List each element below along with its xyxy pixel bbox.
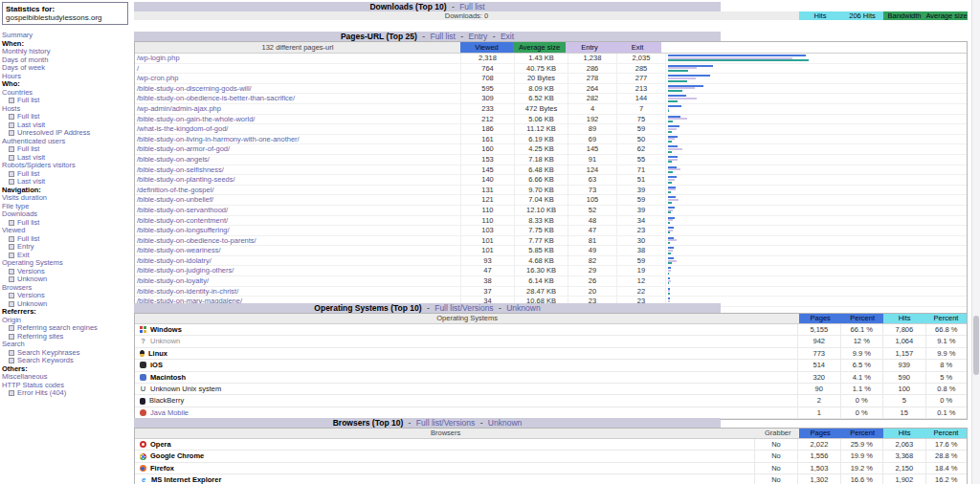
- table-row: /bible-study-on-obedience-to-parents/ 10…: [135, 236, 967, 247]
- list-bullet-icon: [9, 269, 14, 275]
- page-url-link[interactable]: /bible-study-on-judging-others/: [135, 266, 460, 275]
- entry-bar: [668, 67, 697, 69]
- pages-exit-link[interactable]: Exit: [501, 32, 514, 41]
- page-url-link[interactable]: /: [135, 64, 460, 74]
- page-url-link[interactable]: /bible-study-on-obedience-to-parents/: [135, 236, 460, 246]
- row-bars: [665, 226, 967, 235]
- os-unknown-link[interactable]: Unknown: [506, 303, 540, 313]
- average-size-value: 40.75 KB: [514, 64, 568, 74]
- exit-bar: [668, 222, 670, 224]
- os-rows: Windows 5,155 66.1 % 7,806 66.8 % Unknow…: [135, 324, 967, 419]
- browser-name: Opera: [150, 439, 171, 450]
- exit-bar: [668, 253, 671, 254]
- pages-value: 1,503: [797, 463, 839, 473]
- page-url-link[interactable]: /wp-cron.php: [135, 74, 460, 83]
- exit-bar: [668, 282, 669, 284]
- os-full-list-link[interactable]: Full list/Versions: [434, 303, 493, 313]
- page-url-link[interactable]: /bible-study-on-idolatry/: [135, 256, 460, 266]
- pages-value: 773: [797, 348, 840, 359]
- hits-percent-value: 9.9 %: [925, 348, 968, 359]
- hits-value: 5: [882, 395, 925, 406]
- page-url-link[interactable]: /what-is-the-kingdom-of-god/: [135, 124, 460, 134]
- viewed-bar: [668, 145, 678, 147]
- table-row: BlackBerry 2 0 % 5 0 %: [135, 395, 967, 407]
- hits-percent-value: 16.2 %: [925, 474, 967, 484]
- viewed-bar: [668, 125, 679, 127]
- page-url-link[interactable]: /bible-study-on-living-in-harmony-with-o…: [135, 135, 460, 144]
- exit-bar: [668, 293, 670, 295]
- browsers-full-list-link[interactable]: Full list/Versions: [416, 418, 475, 428]
- viewed-value: 212: [460, 115, 514, 124]
- page-url-link[interactable]: /bible-study-on-armor-of-god/: [135, 144, 460, 154]
- hits-percent-value: 5 %: [925, 372, 968, 383]
- os-name: Windows: [150, 324, 182, 335]
- page-url-link[interactable]: /bible-study-on-gain-the-whole-world/: [135, 115, 460, 124]
- scrollbar-thumb[interactable]: [973, 316, 979, 375]
- pages-entry-link[interactable]: Entry: [469, 32, 488, 41]
- hits-percent-value: 66.8 %: [925, 324, 968, 335]
- average-size-value: 11.12 KB: [514, 124, 568, 134]
- page-url-link[interactable]: /bible-study-on-planting-seeds/: [135, 175, 460, 185]
- downloads-title-bar: Downloads (Top 10) - Full list: [134, 2, 721, 11]
- page-url-link[interactable]: /bible-study-on-contentment/: [135, 216, 460, 226]
- page-url-link[interactable]: /wp-login.php: [135, 54, 460, 63]
- average-size-value: 7.04 KB: [514, 195, 568, 205]
- page-url-link[interactable]: /bible-study-on-angels/: [135, 155, 460, 165]
- page-url-link[interactable]: /bible-study-on-obedience-is-better-than…: [135, 94, 460, 103]
- statistics-for-label: Statistics for:: [6, 5, 124, 13]
- table-row: Unknown Unix system 90 1.1 % 100 0.8 %: [135, 384, 967, 395]
- page-url-link[interactable]: /bible-study-on-unbelief/: [135, 195, 460, 205]
- sidebar-item[interactable]: Hours: [2, 73, 128, 81]
- list-bullet-icon: [9, 301, 14, 307]
- page-url-link[interactable]: /definition-of-the-gospel/: [135, 186, 460, 195]
- list-bullet-icon: [9, 276, 14, 282]
- average-size-value: 7.77 KB: [514, 236, 568, 246]
- page-url-link[interactable]: /bible-study-on-longsuffering/: [135, 226, 460, 235]
- exit-bar: [668, 202, 672, 204]
- browsers-unknown-link[interactable]: Unknown: [488, 418, 522, 428]
- os-name[interactable]: Java Mobile: [150, 407, 189, 418]
- page-url-link[interactable]: /bible-study-on-weariness/: [135, 246, 460, 255]
- page-url-link[interactable]: /bible-study-on-loyalty/: [135, 276, 460, 286]
- page-url-link[interactable]: /bible-study-on-servanthood/: [135, 206, 460, 215]
- browsers-table: Browsers Grabber Pages Percent Hits Perc…: [134, 428, 968, 484]
- average-size-value: 5.85 KB: [514, 246, 568, 255]
- pages-value: 2,022: [797, 439, 839, 450]
- page-url-link[interactable]: /bible-study-on-selfishness/: [135, 165, 460, 175]
- viewed-bar: [668, 247, 674, 249]
- column-header-hits: Hits: [883, 314, 925, 323]
- page-url-link[interactable]: /bible-study-on-discerning-gods-will/: [135, 84, 460, 94]
- column-header-percent: Percent: [841, 429, 883, 438]
- average-size-value: 12.10 KB: [514, 206, 568, 215]
- pages-value: 90: [797, 384, 840, 394]
- viewed-value: 595: [460, 84, 514, 94]
- vertical-scrollbar[interactable]: [971, 0, 980, 484]
- viewed-bar: [668, 156, 678, 158]
- downloads-full-list-link[interactable]: Full list: [459, 2, 484, 11]
- list-bullet-icon: [9, 325, 14, 331]
- table-row: MS Internet Explorer No 1,302 16.6 % 1,9…: [135, 474, 967, 484]
- pages-value: 2: [797, 395, 840, 406]
- pages-percent-value: 25.9 %: [840, 439, 882, 450]
- row-bars: [665, 144, 967, 154]
- page-url-link[interactable]: /wp-admin/admin-ajax.php: [135, 104, 460, 114]
- viewed-value: 121: [460, 195, 514, 205]
- entry-bar: [668, 159, 678, 161]
- browsers-section: Browsers (Top 10) - Full list/Versions -…: [134, 418, 968, 484]
- page-url-link[interactable]: /bible-study-on-identity-in-christ/: [135, 287, 460, 297]
- sidebar-item[interactable]: Error Hits (404): [2, 389, 128, 398]
- row-bars: [665, 236, 967, 246]
- entry-bar: [668, 98, 697, 99]
- entry-value: 47: [568, 226, 616, 235]
- sidebar-item[interactable]: Full list: [2, 97, 128, 105]
- table-row: Opera No 2,022 25.9 % 2,063 17.6 %: [135, 439, 967, 451]
- hits-percent-value: 0.1 %: [925, 407, 968, 418]
- hits-percent-value: 8 %: [925, 360, 968, 370]
- exit-value: 59: [616, 256, 665, 266]
- table-row: /bible-study-on-gain-the-whole-world/ 21…: [135, 115, 967, 125]
- average-size-value: 6.52 KB: [514, 94, 568, 103]
- pages-percent-value: 6.5 %: [840, 360, 883, 370]
- entry-value: 278: [568, 74, 616, 83]
- pages-full-list-link[interactable]: Full list: [430, 32, 455, 41]
- pages-value: 1,302: [797, 474, 839, 484]
